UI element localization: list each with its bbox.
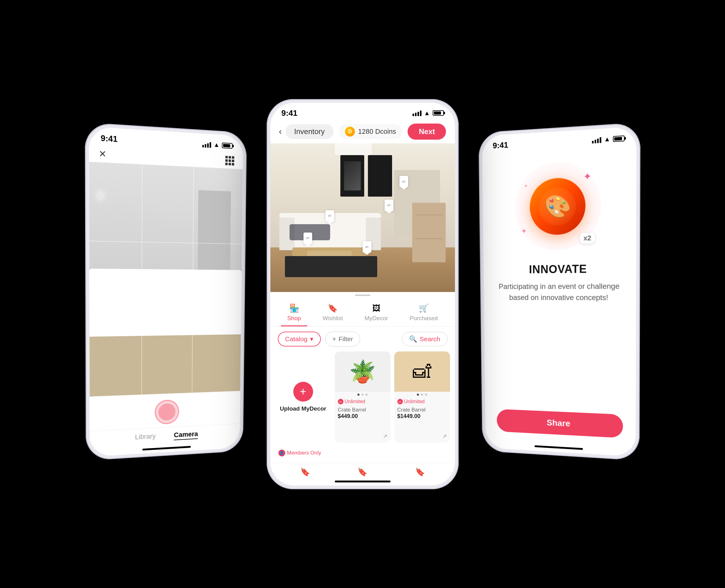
right-status-icons: ▲ [592,134,624,144]
center-wifi-icon: ▲ [424,110,430,117]
product-price-2: $1449.00 [397,413,420,420]
dcoin-icon: D [345,127,355,136]
center-battery-icon [433,110,444,116]
scroll-indicator [270,292,455,298]
badge-icon-2: ∞ [397,399,403,404]
sofa-emoji: 🛋 [413,361,431,382]
right-phone: 9:41 ▲ ✦ [478,122,640,461]
product-card-plant[interactable]: 🔖 🪴 ∞ Unlimited Crate Barrel [335,352,391,443]
center-status-bar: 9:41 ▲ [270,103,455,121]
capture-button[interactable] [154,399,179,424]
innovate-title: INNOVATE [529,262,586,276]
right-home-indicator [534,445,582,450]
innovate-main-icon: 🎨 [530,177,586,235]
filter-label: Filter [338,335,353,343]
shop-tabs: 🏪 Shop 🔖 Wishlist 🖼 MyDecor 🛒 Purchased [270,298,455,327]
left-phone: 9:41 ▲ ✕ [85,122,247,461]
artwork-1 [340,155,364,196]
tab-purchased[interactable]: 🛒 Purchased [403,301,444,327]
tab-shop[interactable]: 🏪 Shop [281,301,307,327]
bottom-bookmark-3[interactable]: 🔖 [415,467,425,477]
badge-icon-1: ∞ [338,399,344,404]
center-bottom-bar: 🔖 🔖 🔖 [270,463,455,479]
center-home-indicator [335,481,391,482]
tab-wishlist[interactable]: 🔖 Wishlist [316,301,349,327]
back-button[interactable]: ‹ [279,127,282,136]
members-icon: 👤 [278,449,285,456]
bottom-bookmark-2[interactable]: 🔖 [357,467,367,477]
product-brand-2: Crate Barrel [397,407,447,413]
product-image-plant: 🪴 [335,352,391,392]
mydecor-icon: 🖼 [372,303,380,313]
wishlist-icon: 🔖 [328,303,337,313]
right-signal-icon [592,136,601,143]
product-info-1: Crate Barrel $449.00 ↗ [335,406,391,423]
product-price-1: $449.00 [338,413,358,420]
room-image: 🏷 🏷 🏷 🏷 🏷 [270,143,455,292]
sparkle-icon-2: ✦ [521,227,527,235]
shelf-right [412,203,446,262]
price-tag-3[interactable]: 🏷 [326,210,334,222]
catalog-filter[interactable]: Catalog ▾ [278,332,321,346]
catalog-label: Catalog [285,335,308,343]
upload-plus-icon: + [293,382,313,402]
members-only-badge: 👤 Members Only [275,448,325,460]
battery-icon [222,142,233,148]
close-icon[interactable]: ✕ [99,149,106,159]
share-button[interactable]: Share [496,409,623,438]
inventory-label: Inventory [286,124,334,139]
filter-plus-icon: + [332,335,336,343]
members-label: Members Only [287,450,322,456]
filter-button[interactable]: + Filter [325,332,360,346]
right-battery-icon [613,135,625,142]
external-link-icon-1[interactable]: ↗ [383,433,388,440]
external-link-icon-2[interactable]: ↗ [442,433,447,440]
product-badge-2: ∞ Unlimited [394,398,450,406]
catalog-chevron-icon: ▾ [310,335,313,343]
plant-emoji: 🪴 [349,359,376,384]
upload-mydecor-card[interactable]: + Upload MyDecor [275,352,331,443]
right-wifi-icon: ▲ [604,135,610,143]
upload-label: Upload MyDecor [280,405,327,412]
center-phone: 9:41 ▲ ‹ Inv [267,99,459,489]
price-tag-2[interactable]: 🏷 [385,200,393,211]
tab-mydecor[interactable]: 🖼 MyDecor [358,301,394,327]
price-tag-4[interactable]: 🏷 [304,233,312,244]
camera-viewfinder [89,161,243,396]
glow-circle: ✦ ✦ ✦ 🎨 x2 [514,160,601,251]
price-tag-1[interactable]: 🏷 [399,176,408,187]
product-badge-1: ∞ Unlimited [335,398,391,406]
wifi-icon: ▲ [213,141,219,148]
signal-icon [202,141,211,148]
product-brand-1: Crate Barrel [338,407,388,413]
next-button[interactable]: Next [408,124,446,140]
search-icon: 🔍 [409,335,417,343]
product-card-sofa[interactable]: 🔖 🛋 ∞ Unlimited Crate Barrel [394,352,450,443]
center-nav: ‹ Inventory D 1280 Dcoins Next [270,121,455,143]
library-tab[interactable]: Library [135,432,156,442]
scene: 9:41 ▲ ✕ [0,0,725,588]
filter-row: Catalog ▾ + Filter 🔍 Search [270,327,455,352]
left-status-time: 9:41 [101,133,118,144]
search-button[interactable]: 🔍 Search [402,332,448,346]
x2-label: x2 [583,234,591,242]
bottom-bookmark-1[interactable]: 🔖 [300,467,310,477]
members-row: 👤 Members Only [270,448,455,463]
dcoins-badge: D 1280 Dcoins [339,124,402,139]
center-status-time: 9:41 [282,108,297,118]
ottoman [285,256,377,277]
camera-tab[interactable]: Camera [174,430,198,440]
product-grid: + Upload MyDecor 🔖 🪴 ∞ [270,352,455,448]
dcoins-amount: 1280 Dcoins [358,128,396,135]
grid-icon[interactable] [225,156,234,166]
price-tag-5[interactable]: 🏷 [362,241,371,252]
left-status-icons: ▲ [202,140,233,149]
x2-badge: x2 [579,233,595,244]
search-label: Search [420,335,440,343]
center-status-icons: ▲ [413,110,444,117]
product-image-sofa: 🛋 [394,352,450,392]
product-dots-2 [394,392,450,398]
purchased-icon: 🛒 [419,303,429,313]
innovate-description: Participating in an event or challenge b… [495,280,623,303]
innovate-content: ✦ ✦ ✦ 🎨 x2 INNOVATE [482,145,636,448]
